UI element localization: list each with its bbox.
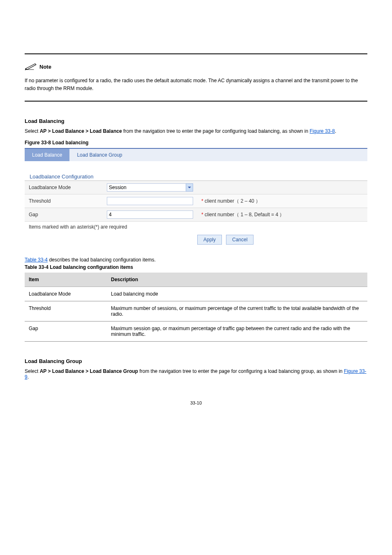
section1-nav-sentence: Select AP > Load Balance > Load Balance … [25,128,367,134]
section2-lead: Select [25,368,40,374]
table-row: Threshold Maximum number of sessions, or… [25,301,367,321]
chevron-down-icon[interactable] [186,183,193,192]
label-mode: Loadbalance Mode [25,181,103,194]
apply-button[interactable]: Apply [197,235,222,245]
gap-input[interactable] [107,210,193,219]
table-caption: Table 33-4 Load balancing configuration … [25,264,367,270]
hint-threshold: * client number（ 2 – 40 ） [197,194,367,208]
table-header-row: Item Description [25,273,367,287]
cell-item: Gap [25,321,107,342]
row-threshold: Threshold * client number（ 2 – 40 ） [25,194,367,208]
table-row: Gap Maximum session gap, or maximum perc… [25,321,367,342]
threshold-input[interactable] [107,197,193,205]
label-threshold: Threshold [25,194,103,208]
cell-desc: Maximum number of sessions, or maximum p… [107,301,367,321]
table-ref-link[interactable]: Table 33-4 [25,257,48,263]
widget-section-title: Loadbalance Configuration [30,173,367,180]
hint-mode [197,181,367,194]
section1-lead: Select [25,128,38,134]
note-label: Note [39,64,51,70]
section1-nav: AP > Load Balance > Load Balance [40,128,122,134]
section1-figref-link[interactable]: Figure 33-8 [310,128,335,134]
section2-tail: from the navigation tree to enter the pa… [139,368,344,374]
section-title-load-balancing: Load Balancing [25,118,367,124]
section2-nav-sentence: Select AP > Load Balance > Load Balance … [25,368,367,380]
col-description: Description [107,273,367,287]
table-ref-sentence: Table 33-4 describes the load balancing … [25,257,367,263]
tab-load-balance-group[interactable]: Load Balance Group [69,149,129,161]
top-rule [25,53,367,54]
tab-bar: Load Balance Load Balance Group [25,149,367,161]
note-heading: Note [25,58,367,72]
cell-item: Threshold [25,301,107,321]
note-icon [25,62,37,72]
mode-select[interactable] [107,183,193,192]
description-table: Item Description Loadbalance Mode Load b… [25,273,367,342]
tab-load-balance[interactable]: Load Balance [25,149,69,161]
note-bottom-rule [25,101,367,102]
cell-item: Loadbalance Mode [25,287,107,301]
col-item: Item [25,273,107,287]
cell-desc: Maximum session gap, or maximum percenta… [107,321,367,342]
mode-select-value[interactable] [107,183,193,192]
figure-caption: Figure 33-8 Load balancing [25,140,367,146]
hint-gap: * client number（ 1 – 8, Default = 4 ） [197,208,367,222]
note-body: If no parameter is configured for a radi… [25,77,367,92]
required-note: Items marked with an asterisk(*) are req… [29,224,367,230]
loadbalance-widget: Load Balance Load Balance Group Loadbala… [25,148,367,245]
button-row: Apply Cancel [197,235,367,245]
section-title-load-balancing-group: Load Balancing Group [25,358,367,364]
note-block: Note If no parameter is configured for a… [25,58,367,102]
row-mode: Loadbalance Mode [25,181,367,194]
label-gap: Gap [25,208,103,222]
page-number: 33-10 [25,400,367,405]
section1-tail: from the navigation tree to enter the pa… [123,128,310,134]
cell-desc: Load balancing mode [107,287,367,301]
cancel-button[interactable]: Cancel [226,235,254,245]
loadbalance-form-table: Loadbalance Mode Threshold * client numb… [25,180,367,222]
section2-nav: AP > Load Balance > Load Balance Group [40,368,138,374]
table-row: Loadbalance Mode Load balancing mode [25,287,367,301]
row-gap: Gap * client number（ 1 – 8, Default = 4 … [25,208,367,222]
